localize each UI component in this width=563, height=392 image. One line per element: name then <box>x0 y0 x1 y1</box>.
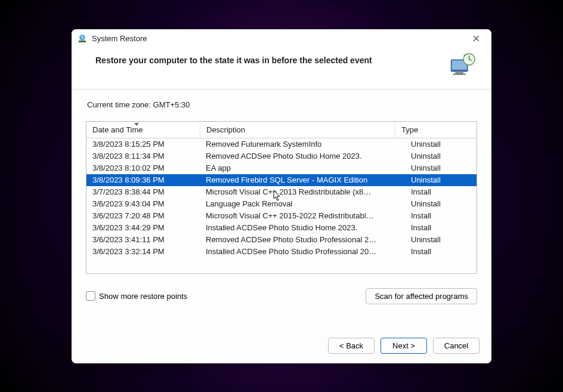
cell-type: Uninstall <box>405 162 477 174</box>
header: Restore your computer to the state it wa… <box>72 48 491 89</box>
column-header-datetime[interactable]: Date and Time <box>86 122 200 138</box>
show-more-checkbox[interactable]: Show more restore points <box>86 291 187 301</box>
cell-type: Install <box>405 210 477 222</box>
close-icon <box>473 35 480 42</box>
cell-description: Installed ACDSee Photo Studio Profession… <box>200 246 405 258</box>
table-row[interactable]: 3/6/2023 3:41:11 PMRemoved ACDSee Photo … <box>86 234 477 246</box>
cell-datetime: 3/8/2023 8:10:02 PM <box>86 162 200 174</box>
table-row[interactable]: 3/6/2023 9:43:04 PMLanguage Pack Removal… <box>86 198 477 210</box>
scan-affected-button[interactable]: Scan for affected programs <box>366 288 477 304</box>
cell-description: Microsoft Visual C++ 2013 Redistributabl… <box>200 186 405 198</box>
cell-type: Uninstall <box>405 234 477 246</box>
table-row[interactable]: 3/8/2023 8:15:25 PMRemoved Futuremark Sy… <box>86 138 477 150</box>
cell-description: EA app <box>200 162 405 174</box>
cell-type: Uninstall <box>405 174 477 186</box>
cell-description: Removed ACDSee Photo Studio Professional… <box>200 234 405 246</box>
cell-type: Install <box>405 246 477 258</box>
close-button[interactable] <box>465 30 487 47</box>
system-restore-icon <box>78 34 87 44</box>
table-header: Date and Time Description Type <box>86 122 477 138</box>
table-row[interactable]: 3/8/2023 8:09:36 PMRemoved Firebird SQL … <box>86 174 477 186</box>
cell-datetime: 3/6/2023 3:41:11 PM <box>86 234 200 246</box>
cell-type: Uninstall <box>405 198 477 210</box>
cell-datetime: 3/6/2023 9:43:04 PM <box>86 198 200 210</box>
below-table-bar: Show more restore points Scan for affect… <box>86 288 477 304</box>
column-header-type[interactable]: Type <box>395 122 467 138</box>
svg-rect-3 <box>455 72 463 73</box>
cell-datetime: 3/8/2023 8:15:25 PM <box>86 138 200 150</box>
cell-description: Removed Futuremark SystemInfo <box>200 138 405 150</box>
cell-type: Uninstall <box>405 150 477 162</box>
cell-datetime: 3/7/2023 8:38:44 PM <box>86 186 200 198</box>
cell-type: Install <box>405 186 477 198</box>
cell-datetime: 3/6/2023 7:20:48 PM <box>86 210 200 222</box>
cell-description: Installed ACDSee Photo Studio Home 2023. <box>200 222 405 234</box>
titlebar: System Restore <box>72 29 491 48</box>
restore-points-table: Date and Time Description Type 3/8/2023 … <box>86 121 477 274</box>
page-heading: Restore your computer to the state it wa… <box>95 52 447 65</box>
back-button[interactable]: < Back <box>328 338 375 354</box>
checkbox-box <box>86 291 95 301</box>
cell-datetime: 3/6/2023 3:44:29 PM <box>86 222 200 234</box>
svg-rect-4 <box>453 73 466 75</box>
cell-datetime: 3/8/2023 8:11:34 PM <box>86 150 200 162</box>
cell-description: Removed ACDSee Photo Studio Home 2023. <box>200 150 405 162</box>
cell-description: Removed Firebird SQL Server - MAGIX Edit… <box>200 174 405 186</box>
cell-type: Uninstall <box>405 138 477 150</box>
table-body[interactable]: 3/8/2023 8:15:25 PMRemoved Futuremark Sy… <box>86 138 477 273</box>
table-row[interactable]: 3/6/2023 3:44:29 PMInstalled ACDSee Phot… <box>86 222 477 234</box>
show-more-label: Show more restore points <box>99 292 187 301</box>
monitor-clock-icon <box>447 52 477 78</box>
cell-datetime: 3/6/2023 3:32:14 PM <box>86 246 200 258</box>
table-row[interactable]: 3/6/2023 7:20:48 PMMicrosoft Visual C++ … <box>86 210 477 222</box>
table-row[interactable]: 3/8/2023 8:11:34 PMRemoved ACDSee Photo … <box>86 150 477 162</box>
column-header-description[interactable]: Description <box>200 122 395 138</box>
next-button[interactable]: Next > <box>381 338 427 354</box>
cell-description: Language Pack Removal <box>200 198 405 210</box>
window-title: System Restore <box>92 34 465 43</box>
cancel-button[interactable]: Cancel <box>433 338 480 354</box>
timezone-label: Current time zone: GMT+5:30 <box>86 100 477 109</box>
cell-type: Install <box>405 222 477 234</box>
cell-description: Microsoft Visual C++ 2015-2022 Redistrib… <box>200 210 405 222</box>
table-row[interactable]: 3/7/2023 8:38:44 PMMicrosoft Visual C++ … <box>86 186 477 198</box>
cell-datetime: 3/8/2023 8:09:36 PM <box>86 174 200 186</box>
table-row[interactable]: 3/8/2023 8:10:02 PMEA appUninstall <box>86 162 477 174</box>
dialog-body: Current time zone: GMT+5:30 Date and Tim… <box>72 89 491 329</box>
dialog-footer: < Back Next > Cancel <box>72 329 491 363</box>
system-restore-dialog: System Restore Restore your computer to … <box>72 29 491 363</box>
table-row[interactable]: 3/6/2023 3:32:14 PMInstalled ACDSee Phot… <box>86 246 477 258</box>
